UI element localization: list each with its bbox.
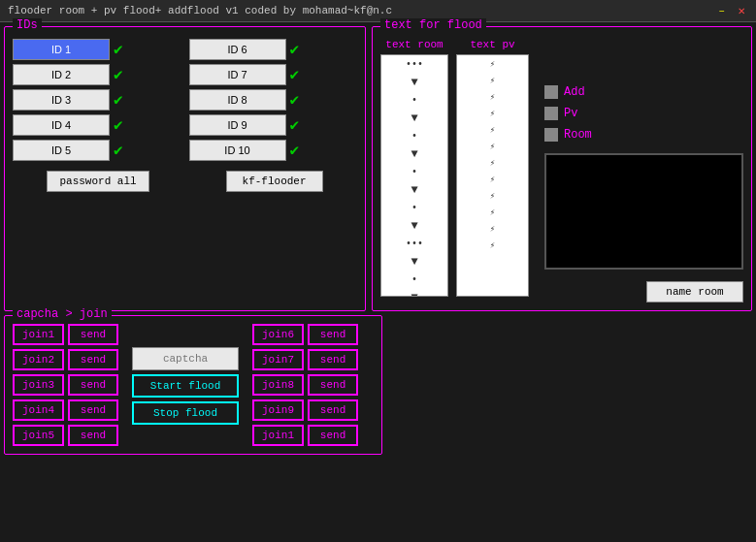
capcha-label: capcha > join (13, 307, 112, 321)
check-icon-9: ✔ (290, 115, 300, 135)
id-input-4[interactable] (13, 114, 110, 136)
join-grid: join1 send join2 send join3 send join4 s… (13, 324, 374, 446)
id-input-8[interactable] (189, 89, 286, 111)
start-flood-button[interactable]: Start flood (132, 374, 239, 398)
text-room-section: text room ••• ▼ • ▼ • ▼ • ▼ • ▼ (380, 39, 448, 303)
join-pair-7: join7 send (252, 349, 358, 370)
send8-button[interactable]: send (308, 374, 358, 396)
join10-button[interactable]: join1 (252, 425, 304, 446)
check-icon-7: ✔ (290, 65, 300, 84)
pv-checkbox-row: Pv (544, 107, 743, 120)
bottom-row: capcha > join join1 send join2 send join… (4, 315, 752, 455)
check-icon-4: ✔ (114, 115, 123, 135)
black-display-box (544, 153, 743, 270)
text-pv-list[interactable]: ⚡ ⚡ ⚡ ⚡ ⚡ ⚡ ⚡ ⚡ ⚡ ⚡ ⚡ ⚡ (456, 54, 529, 297)
center-col: Start flood Stop flood (132, 324, 239, 446)
id-row-2: ✔ (13, 64, 181, 85)
check-icon-2: ✔ (114, 65, 123, 84)
send1-button[interactable]: send (68, 324, 118, 345)
check-icon-1: ✔ (114, 40, 123, 59)
id-input-2[interactable] (13, 64, 110, 85)
id-row-1: ✔ (13, 39, 181, 60)
password-row: password all kf-flooder (13, 171, 357, 192)
join-pair-10: join1 send (252, 425, 358, 446)
title-text: flooder room + pv flood+ addflood v1 cod… (8, 5, 392, 16)
id-row-4: ✔ (13, 114, 181, 136)
check-icon-8: ✔ (290, 90, 300, 110)
ids-label: IDs (13, 18, 42, 32)
pv-checkbox[interactable] (544, 107, 558, 120)
join-pair-3: join3 send (13, 374, 118, 396)
ids-grid: ✔ ✔ ✔ ✔ ✔ (13, 39, 357, 161)
id-input-1[interactable] (13, 39, 110, 60)
text-pv-label: text pv (470, 39, 514, 50)
id-input-10[interactable] (189, 140, 286, 161)
window-controls: − ✕ (715, 4, 748, 17)
add-checkbox-row: Add (544, 85, 743, 99)
captcha-input[interactable] (132, 347, 239, 370)
id-row-3: ✔ (13, 89, 181, 111)
joins-col-left: join1 send join2 send join3 send join4 s… (13, 324, 118, 446)
join-pair-9: join9 send (252, 399, 358, 421)
flood-label: text for flood (380, 18, 486, 32)
join7-button[interactable]: join7 (252, 349, 304, 370)
pv-label: Pv (564, 107, 577, 120)
id-input-7[interactable] (189, 64, 286, 85)
join2-button[interactable]: join2 (13, 349, 64, 370)
main-content: IDs ✔ ✔ ✔ (0, 22, 756, 459)
title-bar: flooder room + pv flood+ addflood v1 cod… (0, 0, 756, 22)
send4-button[interactable]: send (68, 399, 118, 421)
room-checkbox[interactable] (544, 128, 558, 142)
id-row-7: ✔ (189, 64, 358, 85)
check-icon-3: ✔ (114, 90, 123, 110)
ids-col-left: ✔ ✔ ✔ ✔ ✔ (13, 39, 181, 161)
join4-button[interactable]: join4 (13, 399, 64, 421)
top-row: IDs ✔ ✔ ✔ (4, 26, 752, 311)
room-label: Room (564, 128, 592, 142)
join9-button[interactable]: join9 (252, 399, 304, 421)
check-icon-6: ✔ (290, 40, 300, 59)
flood-panel: text for flood text room ••• ▼ • ▼ • ▼ • (372, 26, 752, 311)
minimize-button[interactable]: − (715, 4, 729, 17)
id-input-9[interactable] (189, 114, 286, 136)
id-row-10: ✔ (189, 140, 358, 161)
joins-col-right: join6 send join7 send join8 send join9 s… (252, 324, 358, 446)
text-pv-container: ⚡ ⚡ ⚡ ⚡ ⚡ ⚡ ⚡ ⚡ ⚡ ⚡ ⚡ ⚡ (456, 54, 529, 297)
id-row-8: ✔ (189, 89, 358, 111)
check-icon-10: ✔ (290, 141, 300, 160)
send3-button[interactable]: send (68, 374, 118, 396)
join3-button[interactable]: join3 (13, 374, 64, 396)
join-pair-6: join6 send (252, 324, 358, 345)
close-button[interactable]: ✕ (735, 4, 748, 17)
join5-button[interactable]: join5 (13, 425, 64, 446)
text-room-container: ••• ▼ • ▼ • ▼ • ▼ • ▼ ••• ▼ • (380, 54, 448, 297)
send6-button[interactable]: send (308, 324, 358, 345)
send2-button[interactable]: send (68, 349, 118, 370)
password-all-button[interactable]: password all (47, 171, 148, 192)
id-input-6[interactable] (189, 39, 286, 60)
ids-col-right: ✔ ✔ ✔ ✔ ✔ (189, 39, 358, 161)
id-input-3[interactable] (13, 89, 110, 111)
join6-button[interactable]: join6 (252, 324, 304, 345)
send7-button[interactable]: send (308, 349, 358, 370)
add-checkbox[interactable] (544, 85, 558, 99)
join-pair-8: join8 send (252, 374, 358, 396)
send10-button[interactable]: send (308, 425, 358, 446)
room-checkbox-row: Room (544, 128, 743, 142)
capcha-panel: capcha > join join1 send join2 send join… (4, 315, 382, 455)
text-room-list[interactable]: ••• ▼ • ▼ • ▼ • ▼ • ▼ ••• ▼ • (380, 54, 448, 297)
name-room-button[interactable]: name room (646, 281, 743, 303)
send9-button[interactable]: send (308, 399, 358, 421)
join1-button[interactable]: join1 (13, 324, 64, 345)
text-room-label: text room (385, 39, 443, 50)
id-row-5: ✔ (13, 140, 181, 161)
join8-button[interactable]: join8 (252, 374, 304, 396)
id-row-9: ✔ (189, 114, 358, 136)
text-pv-section: text pv ⚡ ⚡ ⚡ ⚡ ⚡ ⚡ ⚡ ⚡ ⚡ ⚡ (456, 39, 529, 303)
kf-flooder-button[interactable]: kf-flooder (226, 171, 323, 192)
flood-right: Add Pv Room name room (544, 39, 743, 303)
send5-button[interactable]: send (68, 425, 118, 446)
id-input-5[interactable] (13, 140, 110, 161)
join-pair-2: join2 send (13, 349, 118, 370)
stop-flood-button[interactable]: Stop flood (132, 401, 239, 425)
